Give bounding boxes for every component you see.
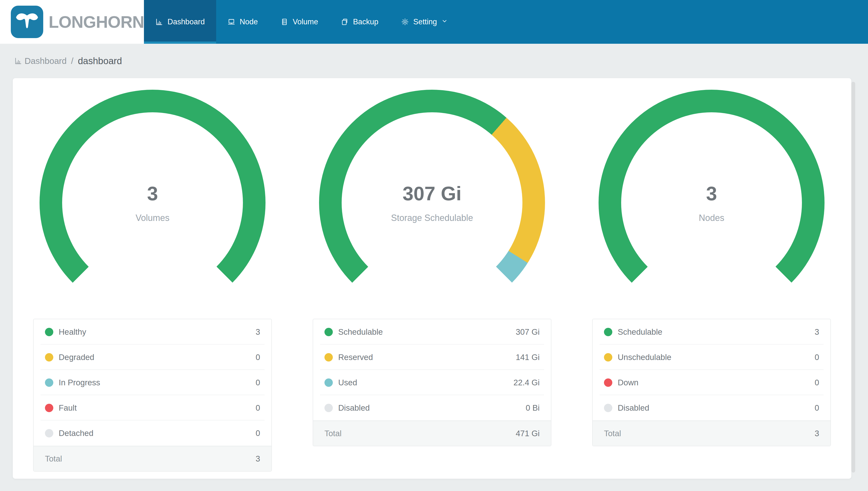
nav-item-setting[interactable]: Setting xyxy=(390,0,459,44)
breadcrumb-current: dashboard xyxy=(78,56,122,66)
bar-chart-icon xyxy=(155,18,163,26)
scrollbar-thumb[interactable] xyxy=(851,82,855,472)
breadcrumb-root[interactable]: Dashboard xyxy=(25,56,67,66)
in-progress-dot-icon xyxy=(45,378,53,387)
volumes-count: 3 xyxy=(147,182,158,205)
storage-panel: 307 Gi Storage Schedulable Schedulable 3… xyxy=(292,78,572,479)
used-dot-icon xyxy=(324,378,333,387)
schedulable-dot-icon xyxy=(604,328,612,336)
table-row: In Progress 0 xyxy=(34,370,271,395)
bar-chart-icon xyxy=(14,57,22,65)
storage-schedulable-label: Storage Schedulable xyxy=(391,213,473,223)
unschedulable-dot-icon xyxy=(604,353,612,362)
degraded-dot-icon xyxy=(45,353,53,362)
storage-gauge: 307 Gi Storage Schedulable xyxy=(319,90,545,316)
brand-name: LONGHORN xyxy=(49,12,144,31)
table-row: Unschedulable 0 xyxy=(593,345,830,370)
table-row: Schedulable 307 Gi xyxy=(313,319,551,345)
volumes-label: Volumes xyxy=(135,213,169,223)
laptop-icon xyxy=(227,18,235,26)
bull-icon xyxy=(14,9,40,35)
nav-item-node[interactable]: Node xyxy=(216,0,269,44)
fault-dot-icon xyxy=(45,404,53,412)
nodes-legend-table: Schedulable 3 Unschedulable 0 Down 0 Dis… xyxy=(592,319,831,446)
disabled-dot-icon xyxy=(324,404,333,412)
nav-item-volume[interactable]: Volume xyxy=(269,0,329,44)
volumes-panel: 3 Volumes Healthy 3 Degraded 0 In Progre xyxy=(13,78,292,479)
logo[interactable]: LONGHORN xyxy=(0,0,144,44)
table-row: Disabled 0 Bi xyxy=(313,395,551,421)
healthy-dot-icon xyxy=(45,328,53,336)
copy-icon xyxy=(341,18,348,26)
nodes-label: Nodes xyxy=(699,213,724,223)
schedulable-dot-icon xyxy=(324,328,333,336)
breadcrumb-separator: / xyxy=(69,56,75,66)
nodes-count: 3 xyxy=(706,182,717,205)
gear-icon xyxy=(401,18,409,26)
nav-item-backup[interactable]: Backup xyxy=(329,0,390,44)
table-row: Healthy 3 xyxy=(34,319,271,345)
detached-dot-icon xyxy=(45,429,53,437)
total-row: Total 3 xyxy=(34,446,271,471)
nav-item-label: Volume xyxy=(293,18,318,26)
volumes-legend-table: Healthy 3 Degraded 0 In Progress 0 Fault… xyxy=(33,319,272,471)
table-row: Schedulable 3 xyxy=(593,319,830,345)
table-row: Reserved 141 Gi xyxy=(313,345,551,370)
nav-item-dashboard[interactable]: Dashboard xyxy=(144,0,216,44)
table-row: Degraded 0 xyxy=(34,345,271,370)
table-row: Used 22.4 Gi xyxy=(313,370,551,395)
reserved-dot-icon xyxy=(324,353,333,362)
table-row: Fault 0 xyxy=(34,395,271,421)
nodes-panel: 3 Nodes Schedulable 3 Unschedulable 0 Do xyxy=(572,78,851,479)
nav-items: Dashboard Node Volume Backup xyxy=(144,0,459,44)
nav-item-label: Backup xyxy=(353,18,378,26)
breadcrumb: Dashboard / dashboard xyxy=(0,44,868,78)
dashboard-card: 3 Volumes Healthy 3 Degraded 0 In Progre xyxy=(13,78,851,479)
chevron-down-icon xyxy=(441,18,448,26)
nav-item-label: Dashboard xyxy=(167,18,205,26)
nodes-gauge: 3 Nodes xyxy=(598,90,825,316)
storage-legend-table: Schedulable 307 Gi Reserved 141 Gi Used … xyxy=(313,319,551,446)
disabled-dot-icon xyxy=(604,404,612,412)
storage-schedulable-value: 307 Gi xyxy=(403,182,462,205)
top-nav: LONGHORN Dashboard Node Volume xyxy=(0,0,868,44)
down-dot-icon xyxy=(604,378,612,387)
nav-item-label: Setting xyxy=(413,18,437,26)
nav-item-label: Node xyxy=(240,18,258,26)
table-row: Down 0 xyxy=(593,370,830,395)
total-row: Total 3 xyxy=(593,421,830,446)
table-row: Detached 0 xyxy=(34,421,271,446)
total-row: Total 471 Gi xyxy=(313,421,551,446)
database-icon xyxy=(280,18,288,26)
longhorn-logo-icon xyxy=(11,6,43,38)
volumes-gauge: 3 Volumes xyxy=(39,90,266,316)
table-row: Disabled 0 xyxy=(593,395,830,421)
